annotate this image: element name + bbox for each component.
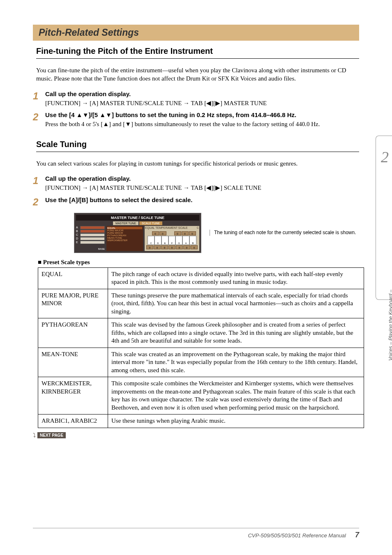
preset-scale-table: EQUALThe pitch range of each octave is d… [38, 267, 364, 428]
scale-desc: This scale was created as an improvement… [108, 348, 364, 377]
step-number: 2 [33, 196, 45, 208]
fig-key: G [175, 236, 182, 245]
step-number: 1 [33, 175, 45, 192]
fig-val: 0 [189, 231, 196, 235]
fig-key: B [189, 236, 196, 245]
fig-btn-d-label: D [76, 237, 79, 240]
fig-key: A [182, 236, 189, 245]
next-page-icon: ⤵ [33, 432, 36, 439]
fig-val: 0 [191, 245, 198, 249]
scale-name: ARABIC1, ARABIC2 [38, 415, 108, 428]
scale-desc: Use these tunings when playing Arabic mu… [108, 415, 364, 428]
fig-keyboard: 0 0 0 0 0 C D E [145, 230, 199, 251]
fig-val: 0 [182, 231, 189, 235]
step-text: Press the both 4 or 5's [▲] and [▼] butt… [45, 120, 359, 128]
fig-btn-b [80, 230, 105, 233]
step-text: [FUNCTION] → [A] MASTER TUNE/SCALE TUNE … [45, 184, 359, 192]
fig-val: 0 [152, 231, 159, 235]
scale-name: PYTHAGOREAN [38, 318, 108, 348]
fig-scale-list: EQUAL PURE MAJOR PURE MINOR PYTHAGOREAN … [106, 226, 143, 251]
next-page-indicator: ⤵ NEXT PAGE [33, 432, 359, 439]
fig-base-label: BASE [76, 248, 105, 250]
step-number: 2 [33, 111, 45, 128]
fig-btn-c [80, 233, 105, 237]
fig-val: 0 [161, 245, 168, 249]
scale-step-2: 2 Use the [A]/[B] buttons to select the … [33, 196, 359, 208]
scale-name: EQUAL [38, 267, 108, 289]
fig-tab-master: MASTER TUNE [113, 221, 138, 225]
fig-btn-a-label: A [76, 226, 79, 229]
scale-desc: This scale was devised by the famous Gre… [108, 318, 364, 348]
scale-desc: This composite scale combines the Werckm… [108, 377, 364, 415]
scale-tune-screenshot: MASTER TUNE / SCALE TUNE MASTER TUNE SCA… [74, 213, 201, 253]
scale-name: PURE MAJOR, PURE MINOR [38, 289, 108, 318]
step-number: 1 [33, 90, 45, 107]
chapter-number: 2 [381, 148, 389, 166]
figure-caption: The tuning of each note for the currentl… [210, 230, 359, 236]
fig-val: 0 [154, 245, 161, 249]
section-title: Pitch-Related Settings [39, 27, 139, 38]
next-page-label: NEXT PAGE [37, 432, 66, 438]
sidebar-chapter-title: Voices – Playing the Keyboard – [388, 290, 392, 361]
scale-name: MEAN-TONE [38, 348, 108, 377]
step-title: Use the [4 ▲▼]/[5 ▲▼] buttons to set the… [45, 111, 359, 118]
table-row: PURE MAJOR, PURE MINORThese tunings pres… [38, 289, 364, 318]
fig-val: 0 [183, 245, 190, 249]
fig-val: 0 [159, 231, 166, 235]
footer-page-number: 7 [355, 531, 359, 539]
fig-key: F [168, 236, 175, 245]
finetune-heading: Fine-tuning the Pitch of the Entire Inst… [36, 46, 359, 59]
scale-desc: These tunings preserve the pure mathemat… [108, 289, 364, 318]
step-title: Call up the operation display. [45, 90, 359, 97]
fig-key: D [154, 236, 161, 245]
scale-name: WERCKMEISTER, KIRNBERGER [38, 377, 108, 415]
fig-btn-b-label: B [76, 230, 79, 233]
fig-val: 0 [168, 245, 175, 249]
scale-step-1: 1 Call up the operation display. [FUNCTI… [33, 175, 359, 192]
fig-btn-c-label: C [76, 233, 79, 236]
fig-btn-d [80, 237, 105, 240]
table-row: MEAN-TONEThis scale was created as an im… [38, 348, 364, 377]
table-row: WERCKMEISTER, KIRNBERGERThis composite s… [38, 377, 364, 415]
step-title: Use the [A]/[B] buttons to select the de… [45, 196, 359, 203]
scale-desc: The pitch range of each octave is divide… [108, 267, 364, 289]
fig-eq-c: C [197, 226, 199, 229]
fig-list-item: WERCKMEISTER [107, 239, 142, 242]
fig-val: 0 [174, 231, 181, 235]
table-heading: ■ Preset Scale types [38, 259, 359, 266]
step-text: [FUNCTION] → [A] MASTER TUNE/SCALE TUNE … [45, 99, 359, 107]
table-row: PYTHAGOREANThis scale was devised by the… [38, 318, 364, 348]
table-row: ARABIC1, ARABIC2Use these tunings when p… [38, 415, 364, 428]
finetune-step-2: 2 Use the [4 ▲▼]/[5 ▲▼] buttons to set t… [33, 111, 359, 128]
scale-intro: You can select various scales for playin… [36, 159, 359, 168]
fig-btn-a [80, 226, 105, 229]
section-header: Pitch-Related Settings [33, 25, 359, 41]
scale-heading: Scale Tuning [36, 140, 359, 152]
finetune-intro: You can fine-tune the pitch of the entir… [36, 66, 359, 83]
fig-key: E [161, 236, 168, 245]
figure-row: MASTER TUNE / SCALE TUNE MASTER TUNE SCA… [74, 213, 359, 253]
fig-btn-e [80, 241, 105, 244]
fig-val: 0 [176, 245, 183, 249]
fig-val: 0 [146, 245, 153, 249]
step-title: Call up the operation display. [45, 175, 359, 182]
finetune-step-1: 1 Call up the operation display. [FUNCTI… [33, 90, 359, 107]
fig-eq-title: EQUAL TEMPERAMENT SCALE [145, 226, 188, 229]
footer-manual: CVP-509/505/503/501 Reference Manual [248, 532, 346, 539]
fig-btn-e-label: E [76, 241, 79, 244]
page-footer: CVP-509/505/503/501 Reference Manual 7 [33, 528, 359, 539]
fig-tab-scale: SCALE TUNE [139, 221, 162, 225]
fig-titlebar: MASTER TUNE / SCALE TUNE [76, 215, 199, 221]
table-row: EQUALThe pitch range of each octave is d… [38, 267, 364, 289]
fig-key: C [148, 236, 154, 245]
